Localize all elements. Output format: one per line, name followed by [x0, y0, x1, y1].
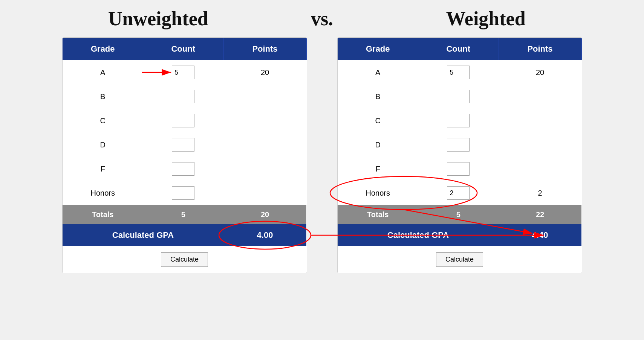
title-vs: vs.: [311, 8, 333, 30]
svg-line-5: [404, 210, 532, 233]
svg-point-3: [219, 221, 311, 249]
title-unweighted: Unweighted: [36, 8, 281, 30]
title-weighted: Weighted: [363, 8, 608, 30]
svg-point-4: [330, 176, 477, 210]
annotations-overlay: [0, 37, 644, 273]
